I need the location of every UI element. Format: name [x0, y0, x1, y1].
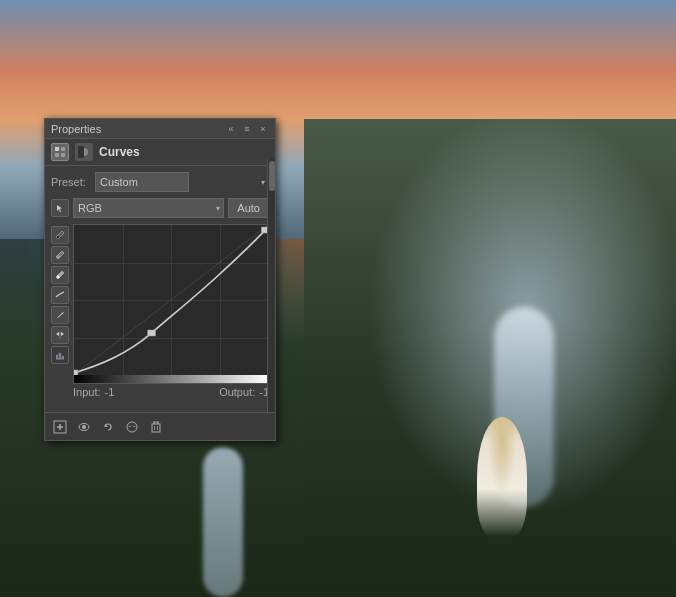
svg-rect-0: [55, 147, 59, 151]
preset-arrow-icon: ▾: [261, 178, 265, 187]
svg-point-7: [57, 236, 60, 239]
curves-graph-inner: [74, 225, 268, 375]
preset-label: Preset:: [51, 176, 89, 188]
close-button[interactable]: ×: [257, 123, 269, 135]
svg-rect-3: [61, 153, 65, 157]
svg-point-24: [82, 425, 86, 429]
preset-select-wrapper: Custom Default Strong Contrast Medium Co…: [95, 172, 269, 192]
svg-rect-5: [78, 146, 84, 158]
smooth-curve-button[interactable]: [51, 286, 69, 304]
output-label: Output:: [219, 386, 255, 398]
curves-graph-area: Input: -1 Output: -1: [73, 224, 269, 400]
curves-graph[interactable]: [73, 224, 269, 384]
delete-icon[interactable]: [147, 418, 165, 436]
io-row: Input: -1 Output: -1: [73, 384, 269, 400]
eyedropper-gray-button[interactable]: [51, 246, 69, 264]
svg-rect-1: [61, 147, 65, 151]
pointer-tool-button[interactable]: [51, 199, 69, 217]
svg-rect-2: [55, 153, 59, 157]
channel-row-inner: RGB Red Green Blue ▾ Auto: [51, 198, 269, 218]
tab-adjustments[interactable]: [51, 143, 69, 161]
channel-row: RGB Red Green Blue ▾ Auto: [51, 198, 269, 218]
collapse-button[interactable]: «: [225, 123, 237, 135]
input-number: -1: [105, 386, 115, 398]
menu-button[interactable]: ≡: [241, 123, 253, 135]
svg-marker-6: [57, 205, 62, 212]
properties-panel: Properties « ≡ × Curves Preset: Custom D…: [44, 118, 276, 441]
panel-title: Properties: [51, 123, 101, 135]
histogram-button[interactable]: [51, 346, 69, 364]
output-value: Output: -1: [219, 386, 269, 398]
svg-marker-15: [56, 351, 64, 359]
pencil-tool-button[interactable]: [51, 306, 69, 324]
auto-button[interactable]: Auto: [228, 198, 269, 218]
figure: [477, 417, 527, 537]
add-adjustment-layer-icon[interactable]: [51, 418, 69, 436]
preset-row: Preset: Custom Default Strong Contrast M…: [51, 172, 269, 192]
reflect-button[interactable]: [51, 326, 69, 344]
tab-mask[interactable]: [75, 143, 93, 161]
panel-titlebar: Properties « ≡ ×: [45, 119, 275, 139]
visibility-icon[interactable]: [75, 418, 93, 436]
svg-rect-18: [148, 330, 156, 336]
gradient-bar-bottom: [74, 375, 268, 383]
input-value: Input: -1: [73, 386, 114, 398]
panel-toolbar: [45, 412, 275, 440]
section-title: Curves: [99, 145, 140, 159]
svg-rect-17: [74, 370, 78, 375]
preset-select[interactable]: Custom Default Strong Contrast Medium Co…: [95, 172, 189, 192]
svg-line-16: [74, 225, 268, 375]
panel-content: Preset: Custom Default Strong Contrast M…: [45, 166, 275, 412]
input-label: Input:: [73, 386, 101, 398]
eyedropper-white-button[interactable]: [51, 266, 69, 284]
channel-select-wrapper: RGB Red Green Blue ▾: [73, 198, 224, 218]
panel-scrollbar[interactable]: [267, 159, 275, 412]
title-controls: « ≡ ×: [225, 123, 269, 135]
reset-icon[interactable]: [99, 418, 117, 436]
scrollbar-thumb: [269, 161, 275, 191]
curves-svg: [74, 225, 268, 375]
curves-container: Input: -1 Output: -1: [51, 224, 269, 400]
toolbar-icons: [51, 418, 165, 436]
svg-point-27: [131, 425, 134, 428]
svg-point-8: [57, 256, 60, 259]
channel-select[interactable]: RGB Red Green Blue: [73, 198, 224, 218]
svg-point-9: [57, 276, 60, 279]
eyedropper-black-button[interactable]: [51, 226, 69, 244]
clip-to-layer-icon[interactable]: [123, 418, 141, 436]
svg-rect-28: [152, 424, 160, 432]
waterfall-secondary: [203, 447, 243, 597]
panel-tabs: Curves: [45, 139, 275, 166]
curves-left-tools: [51, 224, 69, 400]
